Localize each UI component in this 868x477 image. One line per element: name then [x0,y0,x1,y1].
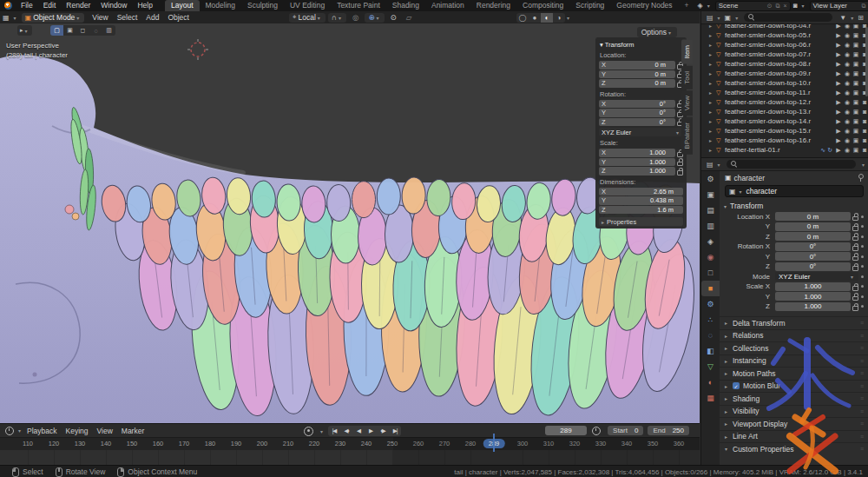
camera-icon[interactable]: ◙ [860,118,868,124]
properties-tab-world[interactable]: ◉ [701,249,720,265]
paint-select-tool[interactable]: ▥ [102,25,115,36]
outliner-row[interactable]: ▸▽feather-smler-down-top-14.r▶◉▣◙ [701,116,868,126]
value-field[interactable]: 0° [775,262,851,271]
time-editor-icon[interactable] [5,427,14,435]
properties-tab-collection[interactable]: □ [701,265,720,281]
shading-rendered-button[interactable]: ◑ [553,13,565,23]
workspace-tab-modeling[interactable]: Modeling [200,0,242,11]
timeline-menu-marker[interactable]: Marker [117,427,148,435]
panel-motion-blur[interactable]: ▸✓Motion Blur≡ [720,380,868,393]
shading-solid-button[interactable]: ● [529,13,541,23]
checkbox-checked[interactable]: ✓ [733,382,740,389]
expand-icon[interactable]: ▸ [709,128,716,134]
npanel-tab-bpainter[interactable]: BPainter [681,117,693,155]
outliner-search-input[interactable] [744,13,832,22]
pin-icon[interactable]: ⊙ [767,3,773,10]
workspace-tab-layout[interactable]: Layout [165,0,200,11]
properties-tab-object[interactable]: ■ [701,281,720,296]
lock-icon[interactable] [852,223,858,230]
timeline-menu-playback[interactable]: Playback [23,427,62,435]
mode-dropdown[interactable]: ▣ Object Mode ▾ [22,13,85,23]
outliner-row[interactable]: ▸▽feather-smler-down-top-13.r▶◉▣◙ [701,107,868,116]
proportional-edit-toggle[interactable]: ◎ [349,13,362,23]
outliner-row[interactable]: ▸▽feather-smler-down-top-04.r▶◉▣◙ [701,24,868,30]
animate-dot[interactable] [861,255,864,258]
value-field[interactable]: 0° [775,252,851,261]
start-frame-field[interactable]: Start 0 [608,426,643,435]
overlays-toggle[interactable]: ⊙ [387,13,400,23]
object-name-field[interactable]: ▣ ▾ character [725,185,864,197]
select-arrow-icon[interactable]: ▶ [834,24,843,30]
animate-dot[interactable] [861,285,864,288]
workspace-tab-uv-editing[interactable]: UV Editing [284,0,331,11]
editor-type-icon[interactable]: ▦ [0,14,12,22]
value-field[interactable]: X2.65 m [599,188,683,196]
lock-icon[interactable] [852,253,858,260]
add-workspace-button[interactable]: + [679,0,695,11]
workspace-tab-animation[interactable]: Animation [425,0,470,11]
animate-dot[interactable] [861,225,864,228]
editor-type-caret[interactable]: ▾ [12,15,18,21]
monitor-icon[interactable]: ▣ [852,42,860,49]
play-reverse-button[interactable]: ◀ [352,426,365,436]
properties-tab-output[interactable]: ▤ [701,202,720,218]
lock-icon[interactable] [852,283,858,290]
properties-tab-particles[interactable]: ∴ [701,312,720,328]
shading-material-button[interactable]: ◐ [541,13,553,23]
eye-icon[interactable]: ◉ [843,118,852,125]
eye-icon[interactable]: ◉ [843,24,852,30]
lock-icon[interactable] [677,168,683,175]
new-collection-icon[interactable]: ⊞ [855,14,866,22]
select-arrow-icon[interactable]: ▶ [834,42,843,49]
value-field[interactable]: Y0 m [599,70,675,79]
panel-viewport-display[interactable]: ▸Viewport Display≡ [720,417,868,430]
gizmo-toggle[interactable]: ⊕▾ [365,13,384,23]
playhead-line[interactable] [493,434,495,452]
scene-browse-caret[interactable]: ▾ [706,3,712,9]
next-keyframe-button[interactable]: •▶ [377,426,389,436]
outliner-row[interactable]: ▸▽feather-smler-down-top-08.r▶◉▣◙ [701,59,868,69]
select-arrow-icon[interactable]: ▶ [834,147,843,154]
panel-shading[interactable]: ▸Shading≡ [720,392,868,405]
eye-icon[interactable]: ◉ [843,70,852,77]
expand-icon[interactable]: ▸ [709,24,716,29]
eye-icon[interactable]: ◉ [843,42,852,49]
expand-icon[interactable]: ▸ [709,32,716,38]
properties-panel-collapsed[interactable]: ▸ Properties [599,217,683,226]
monitor-icon[interactable]: ▣ [852,24,860,30]
xray-toggle[interactable]: ▱ [403,13,416,23]
copy-icon[interactable]: ⧉ [862,3,866,10]
play-button[interactable]: ▶ [365,426,377,436]
panel-line-art[interactable]: ▸Line Art≡ [720,430,868,443]
menu-view[interactable]: View [88,13,112,22]
close-icon[interactable]: × [784,3,787,9]
value-field[interactable]: 0 m [775,232,851,241]
outliner-row[interactable]: ▸▽feather-smler-down-top-11.r▶◉▣◙ [701,88,868,97]
select-arrow-icon[interactable]: ▶ [834,118,843,125]
workspace-tab-compositing[interactable]: Compositing [516,0,569,11]
filter-type-icon[interactable]: ▣ [722,14,734,22]
workspace-tab-geometry-nodes[interactable]: Geometry Nodes [610,0,678,11]
camera-icon[interactable]: ◙ [860,147,868,153]
properties-tab-texture[interactable]: ▦ [701,390,720,406]
select-arrow-icon[interactable]: ▶ [834,70,843,77]
panel-delta-transform[interactable]: ▸Delta Transform≡ [720,316,868,329]
transform-panel-header[interactable]: ▾ Transform [600,41,683,49]
eye-icon[interactable]: ◉ [843,32,852,39]
pin-icon[interactable] [858,174,864,182]
animate-dot[interactable] [861,235,864,238]
value-field[interactable]: X1.000 [599,149,675,157]
menu-select[interactable]: Select [113,13,142,22]
expand-icon[interactable]: ▸ [709,89,716,96]
properties-tab-render[interactable]: ▣ [701,187,720,202]
eye-icon[interactable]: ◉ [843,89,852,96]
tweak-select-tool[interactable]: ▢ [50,25,63,36]
properties-tab-tool[interactable]: ⚙ [701,171,720,187]
monitor-icon[interactable]: ▣ [852,118,860,125]
blender-logo-icon[interactable] [4,2,12,10]
select-arrow-icon[interactable]: ▶ [834,61,843,68]
animate-dot[interactable] [861,245,864,248]
menu-edit[interactable]: Edit [38,0,62,11]
filter-funnel-icon[interactable]: ▼ [837,14,849,22]
animate-dot[interactable] [861,295,864,298]
